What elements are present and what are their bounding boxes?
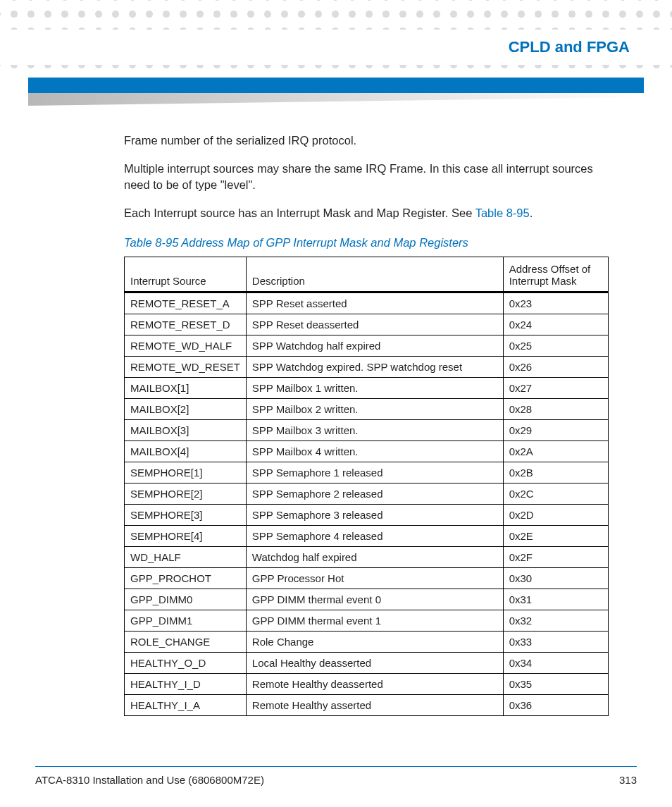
table-row: WD_HALFWatchdog half expired0x2F: [125, 547, 609, 568]
cell-address: 0x2E: [503, 526, 608, 547]
cell-source: HEALTHY_I_D: [125, 674, 247, 695]
cell-description: SPP Mailbox 1 written.: [246, 378, 503, 399]
table-row: REMOTE_RESET_ASPP Reset asserted0x23: [125, 292, 609, 314]
cell-address: 0x2F: [503, 547, 608, 568]
cell-address: 0x2C: [503, 483, 608, 505]
page-content: Frame number of the serialized IRQ proto…: [124, 133, 609, 716]
table-row: REMOTE_WD_RESETSPP Watchdog expired. SPP…: [125, 357, 609, 378]
cell-description: GPP DIMM thermal event 0: [246, 589, 503, 610]
cell-address: 0x25: [503, 335, 608, 357]
cell-source: REMOTE_WD_RESET: [125, 357, 247, 378]
cell-source: SEMPHORE[4]: [125, 526, 247, 547]
table-row: MAILBOX[4]SPP Mailbox 4 written.0x2A: [125, 441, 609, 462]
text-run: .: [530, 207, 533, 219]
cell-address: 0x33: [503, 632, 608, 653]
cell-source: ROLE_CHANGE: [125, 632, 247, 653]
cell-description: SPP Mailbox 2 written.: [246, 399, 503, 420]
cell-source: HEALTHY_I_A: [125, 695, 247, 716]
cell-address: 0x2A: [503, 441, 608, 462]
cell-address: 0x23: [503, 292, 608, 314]
cell-address: 0x30: [503, 568, 608, 589]
table-row: MAILBOX[3]SPP Mailbox 3 written.0x29: [125, 420, 609, 441]
table-row: HEALTHY_I_ARemote Healthy asserted0x36: [125, 695, 609, 716]
table-row: SEMPHORE[3]SPP Semaphore 3 released0x2D: [125, 505, 609, 526]
cell-address: 0x29: [503, 420, 608, 441]
table-row: REMOTE_RESET_DSPP Reset deasserted0x24: [125, 314, 609, 335]
paragraph: Each Interrupt source has an Interrupt M…: [124, 205, 609, 221]
cell-source: SEMPHORE[1]: [125, 462, 247, 483]
cell-description: Watchdog half expired: [246, 547, 503, 568]
cell-address: 0x31: [503, 589, 608, 610]
footer-page-number: 313: [619, 774, 637, 786]
cell-description: SPP Reset asserted: [246, 292, 503, 314]
cell-address: 0x24: [503, 314, 608, 335]
table-row: SEMPHORE[2]SPP Semaphore 2 released0x2C: [125, 483, 609, 505]
cell-address: 0x26: [503, 357, 608, 378]
address-map-table: Interrupt Source Description Address Off…: [124, 257, 609, 716]
table-row: MAILBOX[1]SPP Mailbox 1 written.0x27: [125, 378, 609, 399]
table-row: REMOTE_WD_HALFSPP Watchdog half expired0…: [125, 335, 609, 357]
cell-description: SPP Semaphore 1 released: [246, 462, 503, 483]
cell-description: SPP Watchdog half expired: [246, 335, 503, 357]
table-row: HEALTHY_I_DRemote Healthy deasserted0x35: [125, 674, 609, 695]
cell-source: GPP_DIMM0: [125, 589, 247, 610]
cell-source: WD_HALF: [125, 547, 247, 568]
cell-source: REMOTE_WD_HALF: [125, 335, 247, 357]
cell-source: GPP_DIMM1: [125, 610, 247, 632]
cell-address: 0x27: [503, 378, 608, 399]
table-row: HEALTHY_O_DLocal Healthy deasserted0x34: [125, 653, 609, 674]
col-header-source: Interrupt Source: [125, 257, 247, 292]
cell-description: SPP Mailbox 4 written.: [246, 441, 503, 462]
cell-description: SPP Watchdog expired. SPP watchdog reset: [246, 357, 503, 378]
col-header-address: Address Offset of Interrupt Mask: [503, 257, 608, 292]
page-footer: ATCA-8310 Installation and Use (6806800M…: [35, 766, 637, 786]
table-caption: Table 8-95 Address Map of GPP Interrupt …: [124, 236, 609, 250]
cell-description: SPP Mailbox 3 written.: [246, 420, 503, 441]
col-header-description: Description: [246, 257, 503, 292]
chapter-title: CPLD and FPGA: [509, 38, 630, 56]
cell-description: SPP Reset deasserted: [246, 314, 503, 335]
cell-source: SEMPHORE[3]: [125, 505, 247, 526]
cell-description: SPP Semaphore 3 released: [246, 505, 503, 526]
cell-source: MAILBOX[3]: [125, 420, 247, 441]
cell-address: 0x2B: [503, 462, 608, 483]
cell-address: 0x2D: [503, 505, 608, 526]
header-strip: CPLD and FPGA: [0, 30, 672, 65]
table-row: SEMPHORE[1]SPP Semaphore 1 released0x2B: [125, 462, 609, 483]
table-row: GPP_PROCHOTGPP Processor Hot0x30: [125, 568, 609, 589]
cell-source: GPP_PROCHOT: [125, 568, 247, 589]
cell-address: 0x32: [503, 610, 608, 632]
cell-description: Remote Healthy asserted: [246, 695, 503, 716]
paragraph: Frame number of the serialized IRQ proto…: [124, 133, 609, 148]
table-row: ROLE_CHANGERole Change0x33: [125, 632, 609, 653]
header-blue-bar: [28, 78, 644, 93]
cell-source: MAILBOX[4]: [125, 441, 247, 462]
cell-address: 0x35: [503, 674, 608, 695]
cell-description: GPP Processor Hot: [246, 568, 503, 589]
cell-source: REMOTE_RESET_A: [125, 292, 247, 314]
cell-description: SPP Semaphore 4 released: [246, 526, 503, 547]
cell-description: GPP DIMM thermal event 1: [246, 610, 503, 632]
table-row: MAILBOX[2]SPP Mailbox 2 written.0x28: [125, 399, 609, 420]
cell-address: 0x34: [503, 653, 608, 674]
cross-reference-link[interactable]: Table 8-95: [475, 207, 530, 219]
cell-description: Local Healthy deasserted: [246, 653, 503, 674]
cell-source: REMOTE_RESET_D: [125, 314, 247, 335]
cell-source: MAILBOX[1]: [125, 378, 247, 399]
cell-description: SPP Semaphore 2 released: [246, 483, 503, 505]
table-row: GPP_DIMM1GPP DIMM thermal event 10x32: [125, 610, 609, 632]
cell-description: Remote Healthy deasserted: [246, 674, 503, 695]
table-row: SEMPHORE[4]SPP Semaphore 4 released0x2E: [125, 526, 609, 547]
cell-description: Role Change: [246, 632, 503, 653]
cell-source: SEMPHORE[2]: [125, 483, 247, 505]
header-gradient-underline: [28, 93, 644, 106]
table-row: GPP_DIMM0GPP DIMM thermal event 00x31: [125, 589, 609, 610]
table-header-row: Interrupt Source Description Address Off…: [125, 257, 609, 292]
cell-source: HEALTHY_O_D: [125, 653, 247, 674]
text-run: Each Interrupt source has an Interrupt M…: [124, 207, 475, 219]
footer-doc-title: ATCA-8310 Installation and Use (6806800M…: [35, 774, 264, 786]
cell-source: MAILBOX[2]: [125, 399, 247, 420]
cell-address: 0x36: [503, 695, 608, 716]
cell-address: 0x28: [503, 399, 608, 420]
paragraph: Multiple interrupt sources may share the…: [124, 161, 609, 192]
